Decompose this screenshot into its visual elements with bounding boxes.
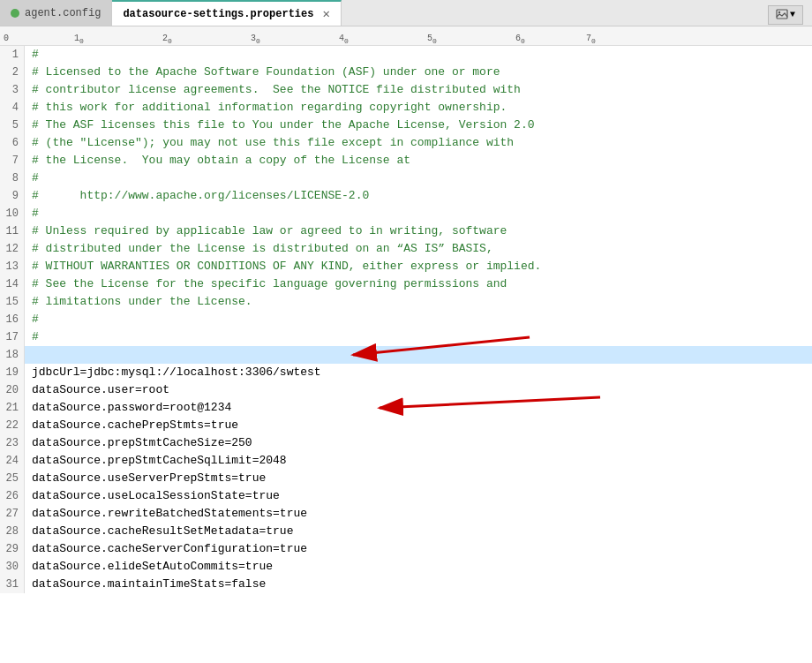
line-content-23[interactable]: dataSource.prepStmtCacheSize=250 [25,434,812,452]
line-number-9: 9 [0,187,25,205]
code-line-23: 23dataSource.prepStmtCacheSize=250 [0,434,812,452]
tab-agent-config-label: agent.config [25,7,101,19]
code-line-10: 10# [0,205,812,222]
line-number-20: 20 [0,381,25,399]
code-line-24: 24dataSource.prepStmtCacheSqlLimit=2048 [0,452,812,470]
line-number-14: 14 [0,275,25,293]
line-content-13[interactable]: # WITHOUT WARRANTIES OR CONDITIONS OF AN… [25,258,812,275]
line-number-2: 2 [0,64,25,81]
svg-point-1 [778,11,780,12]
line-number-27: 27 [0,505,25,523]
line-content-31[interactable]: dataSource.maintainTimeStats=false [25,576,812,593]
line-content-21[interactable]: dataSource.password=root@1234 [25,399,812,417]
code-line-27: 27dataSource.rewriteBatchedStatements=tr… [0,505,812,523]
code-line-31: 31dataSource.maintainTimeStats=false [0,576,812,593]
code-line-2: 2# Licensed to the Apache Software Found… [0,64,812,81]
line-content-18[interactable] [25,346,812,364]
line-number-23: 23 [0,434,25,452]
code-line-9: 9# http://www.apache.org/licenses/LICENS… [0,187,812,205]
line-number-12: 12 [0,240,25,258]
line-content-9[interactable]: # http://www.apache.org/licenses/LICENSE… [25,187,812,205]
line-content-14[interactable]: # See the License for the specific langu… [25,275,812,293]
tab-datasource-label: datasource-settings.properties [123,8,313,20]
line-content-10[interactable]: # [25,205,812,222]
ruler-label-10: 10 [74,34,84,45]
ruler-label-30: 30 [251,34,260,45]
code-line-21: 21dataSource.password=root@1234 [0,399,812,417]
line-content-2[interactable]: # Licensed to the Apache Software Founda… [25,64,812,81]
line-content-22[interactable]: dataSource.cachePrepStmts=true [25,417,812,434]
line-content-27[interactable]: dataSource.rewriteBatchedStatements=true [25,505,812,523]
code-line-11: 11# Unless required by applicable law or… [0,222,812,240]
line-content-19[interactable]: jdbcUrl=jdbc:mysql://localhost:3306/swte… [25,364,812,381]
line-number-21: 21 [0,399,25,417]
line-content-15[interactable]: # limitations under the License. [25,293,812,311]
line-content-29[interactable]: dataSource.cacheServerConfiguration=true [25,540,812,558]
line-content-28[interactable]: dataSource.cacheResultSetMetadata=true [25,523,812,540]
dropdown-arrow-icon: ▼ [790,10,795,19]
line-number-16: 16 [0,311,25,328]
line-number-29: 29 [0,540,25,558]
ruler-content: 0 10 20 30 40 50 60 70 [0,30,812,46]
tab-agent-config[interactable]: agent.config [0,0,112,26]
line-content-5[interactable]: # The ASF licenses this file to You unde… [25,117,812,134]
editor-container: agent.config datasource-settings.propert… [0,0,812,663]
ruler-label-60: 60 [515,34,525,45]
line-content-4[interactable]: # this work for additional information r… [25,99,812,117]
editor-icon-button[interactable]: ▼ [768,5,803,25]
line-number-26: 26 [0,487,25,505]
ruler-label-70: 70 [586,34,596,45]
code-line-25: 25dataSource.useServerPrepStmts=true [0,470,812,487]
line-content-24[interactable]: dataSource.prepStmtCacheSqlLimit=2048 [25,452,812,470]
code-line-13: 13# WITHOUT WARRANTIES OR CONDITIONS OF … [0,258,812,275]
line-content-30[interactable]: dataSource.elideSetAutoCommits=true [25,558,812,576]
line-content-7[interactable]: # the License. You may obtain a copy of … [25,152,812,170]
code-line-14: 14# See the License for the specific lan… [0,275,812,293]
line-content-3[interactable]: # contributor license agreements. See th… [25,81,812,99]
tab-close-icon[interactable]: ✕ [322,6,329,21]
line-number-4: 4 [0,99,25,117]
line-content-16[interactable]: # [25,311,812,328]
line-content-17[interactable]: # [25,328,812,346]
tab-datasource-settings[interactable]: datasource-settings.properties ✕ [112,0,341,26]
code-line-29: 29dataSource.cacheServerConfiguration=tr… [0,540,812,558]
code-line-8: 8# [0,170,812,187]
code-line-20: 20dataSource.user=root [0,381,812,399]
code-line-1: 1# [0,46,812,64]
line-content-26[interactable]: dataSource.useLocalSessionState=true [25,487,812,505]
line-content-1[interactable]: # [25,46,812,64]
code-line-4: 4# this work for additional information … [0,99,812,117]
code-area[interactable]: 1#2# Licensed to the Apache Software Fou… [0,46,812,663]
line-content-11[interactable]: # Unless required by applicable law or a… [25,222,812,240]
line-content-20[interactable]: dataSource.user=root [25,381,812,399]
line-number-22: 22 [0,417,25,434]
code-line-30: 30dataSource.elideSetAutoCommits=true [0,558,812,576]
ruler: 0 10 20 30 40 50 60 70 [0,26,812,46]
line-content-6[interactable]: # (the "License"); you may not use this … [25,134,812,152]
line-number-24: 24 [0,452,25,470]
code-line-26: 26dataSource.useLocalSessionState=true [0,487,812,505]
line-number-30: 30 [0,558,25,576]
line-number-6: 6 [0,134,25,152]
image-icon [776,9,788,21]
code-line-18: 18 [0,346,812,364]
code-line-17: 17# [0,328,812,346]
code-line-3: 3# contributor license agreements. See t… [0,81,812,99]
line-content-25[interactable]: dataSource.useServerPrepStmts=true [25,470,812,487]
tab-dot-icon [11,9,19,18]
line-number-10: 10 [0,205,25,222]
line-content-8[interactable]: # [25,170,812,187]
line-number-7: 7 [0,152,25,170]
line-number-25: 25 [0,470,25,487]
tab-bar: agent.config datasource-settings.propert… [0,0,812,26]
line-number-8: 8 [0,170,25,187]
line-number-15: 15 [0,293,25,311]
line-content-12[interactable]: # distributed under the License is distr… [25,240,812,258]
line-number-28: 28 [0,523,25,540]
line-number-11: 11 [0,222,25,240]
code-line-7: 7# the License. You may obtain a copy of… [0,152,812,170]
code-line-5: 5# The ASF licenses this file to You und… [0,117,812,134]
code-line-19: 19jdbcUrl=jdbc:mysql://localhost:3306/sw… [0,364,812,381]
line-number-31: 31 [0,576,25,593]
code-line-12: 12# distributed under the License is dis… [0,240,812,258]
